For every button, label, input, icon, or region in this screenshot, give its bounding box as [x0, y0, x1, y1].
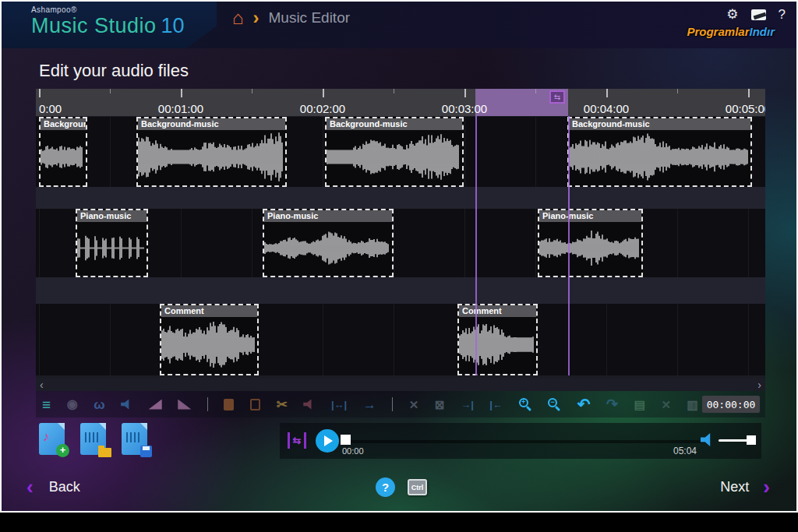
clip-label: Background-music: [569, 118, 750, 130]
audio-clip[interactable]: Comment: [160, 304, 259, 375]
save-audio-file-button[interactable]: [122, 423, 147, 455]
effects-icon[interactable]: ◉: [67, 398, 78, 410]
fade-out-icon[interactable]: [178, 400, 191, 410]
breadcrumb: ⌂ › Music Editor: [232, 2, 350, 34]
playback-position-marker[interactable]: [341, 435, 351, 445]
audio-clip[interactable]: Piano-music: [263, 209, 394, 277]
volume-slider-handle[interactable]: [747, 435, 756, 445]
next-chevron-icon: ›: [763, 477, 770, 497]
waveform: [539, 222, 640, 274]
play-button[interactable]: [316, 429, 339, 453]
audio-clip[interactable]: Background-music: [39, 117, 87, 187]
scroll-right-icon[interactable]: ›: [757, 379, 761, 390]
save-badge-icon: [140, 446, 152, 457]
timeline-panel: 0:0000:01:0000:02:0000:03:0000:04:0000:0…: [36, 89, 765, 391]
mute-icon[interactable]: [303, 400, 315, 410]
redo-icon[interactable]: ↷: [606, 397, 618, 411]
settings-gear-icon[interactable]: ⚙: [726, 8, 738, 21]
ruler-time-label: 00:03:00: [442, 102, 487, 115]
ruler-tick: [110, 89, 111, 93]
loop-marker-icon[interactable]: ⇆: [549, 90, 565, 104]
audio-clip[interactable]: Background-music: [136, 117, 287, 187]
delete-icon[interactable]: ✕: [409, 399, 419, 410]
ruler-tick: [464, 89, 466, 97]
folder-badge-icon: [98, 448, 111, 457]
waveform: [138, 130, 284, 184]
jump-prev-icon[interactable]: |←: [489, 400, 503, 410]
audio-clip[interactable]: Comment: [457, 304, 538, 375]
fit-selection-icon[interactable]: |↔|: [331, 400, 347, 410]
audio-clip[interactable]: Background-music: [325, 117, 464, 187]
ctrl-key-badge: Ctrl: [408, 479, 427, 495]
page-title: Edit your audio files: [39, 61, 189, 81]
scroll-left-icon[interactable]: ‹: [40, 379, 44, 390]
waveform: [77, 222, 145, 274]
help-button[interactable]: ?: [376, 477, 395, 497]
editor-toolbar: ≡◉ω✂|↔|→✕⊠→||←+−↶↷▤✕▥: [42, 393, 698, 416]
ruler-tick: [181, 89, 182, 97]
zoom-out-icon[interactable]: −: [548, 398, 561, 411]
audio-clip[interactable]: Piano-music: [76, 209, 148, 277]
waveform: [327, 130, 461, 184]
clip-label: Background-music: [327, 118, 462, 130]
plus-badge-icon: +: [56, 444, 69, 457]
paste-icon[interactable]: [250, 399, 260, 410]
playback-progress-track[interactable]: [342, 440, 707, 443]
ruler-time-label: 00:04:00: [584, 102, 629, 115]
ruler-tick: [39, 89, 41, 97]
back-button[interactable]: ‹ Back: [26, 477, 80, 497]
audio-clip[interactable]: Piano-music: [538, 209, 643, 277]
audio-clip[interactable]: Background-music: [567, 117, 752, 187]
track-3-lane[interactable]: [36, 304, 765, 375]
app-logo: Ashampoo® Music Studio10: [2, 2, 217, 48]
breadcrumb-current: Music Editor: [269, 9, 351, 26]
ruler-tick: [394, 89, 394, 93]
next-button[interactable]: Next ›: [720, 477, 770, 497]
move-right-icon[interactable]: →: [363, 398, 376, 411]
volume-speaker-icon[interactable]: [701, 433, 715, 446]
ruler-time-label: 0:00: [39, 102, 62, 115]
help-icon[interactable]: ?: [779, 8, 786, 21]
breadcrumb-chevron-icon: ›: [253, 9, 260, 27]
elapsed-time: 00:00: [342, 446, 364, 456]
clipboard-icon[interactable]: ▥: [687, 399, 698, 410]
home-icon[interactable]: ⌂: [232, 9, 244, 27]
zoom-in-icon[interactable]: +: [519, 398, 532, 411]
undo-icon[interactable]: ↶: [577, 396, 591, 412]
add-music-file-button[interactable]: ♪ +: [39, 423, 65, 455]
separator: [392, 397, 393, 411]
header-bar: Ashampoo® Music Studio10 ⌂ › Music Edito…: [2, 2, 796, 48]
horizontal-scrollbar[interactable]: ‹ ›: [36, 379, 765, 391]
cut-icon[interactable]: ✕: [661, 399, 671, 410]
ruler-tick: [748, 89, 750, 97]
mixer-icon[interactable]: ≡: [42, 397, 51, 412]
letterbox-bar: [0, 513, 798, 532]
app-window: Ashampoo® Music Studio10 ⌂ › Music Edito…: [2, 2, 796, 511]
jump-next-icon[interactable]: →|: [461, 400, 474, 410]
stereo-wave-icon[interactable]: ω: [94, 398, 104, 411]
ruler-tick: [323, 89, 324, 97]
ruler-time-label: 00:02:00: [300, 102, 345, 115]
loop-boundary-line[interactable]: [475, 116, 477, 375]
track-divider: [36, 187, 765, 209]
brand-small: Ashampoo®: [31, 5, 217, 14]
ruler-time-label: 00:01:00: [158, 102, 203, 115]
ruler-tick: [252, 89, 252, 93]
news-icon[interactable]: [751, 9, 766, 20]
transport-bar: ⇆ 00:00 05:04: [280, 423, 761, 459]
clip-label: Comment: [459, 305, 536, 317]
ruler-tick: [677, 89, 678, 93]
import-audio-file-button[interactable]: [80, 423, 106, 455]
loop-boundary-line[interactable]: [568, 116, 570, 375]
timeline-ruler[interactable]: 0:0000:01:0000:02:0000:03:0000:04:0000:0…: [36, 89, 765, 116]
paste-file-icon[interactable]: ▤: [634, 399, 645, 410]
loop-toggle-icon[interactable]: ⇆: [288, 432, 306, 449]
copy-icon[interactable]: [224, 399, 234, 410]
scissors-icon[interactable]: ✂: [277, 398, 288, 411]
delete-selection-icon[interactable]: ⊠: [435, 399, 445, 410]
clip-label: Piano-music: [264, 210, 392, 222]
selection-time-display: 00:00:00: [702, 396, 760, 413]
waveform: [41, 130, 84, 184]
fade-in-icon[interactable]: [149, 400, 162, 410]
speaker-icon[interactable]: [121, 400, 132, 410]
